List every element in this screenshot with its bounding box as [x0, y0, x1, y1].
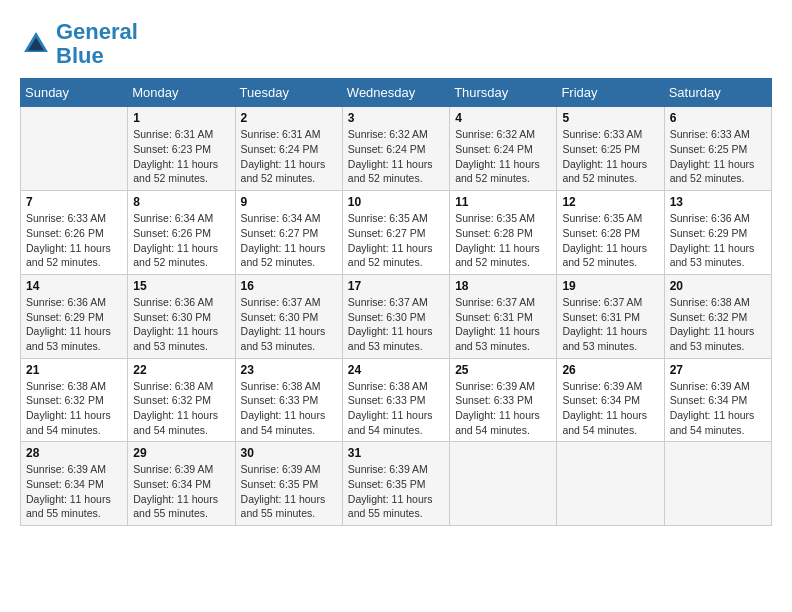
day-info: Sunrise: 6:39 AMSunset: 6:34 PMDaylight:… — [133, 462, 229, 521]
calendar-cell: 30Sunrise: 6:39 AMSunset: 6:35 PMDayligh… — [235, 442, 342, 526]
day-info: Sunrise: 6:39 AMSunset: 6:34 PMDaylight:… — [670, 379, 766, 438]
calendar-cell: 29Sunrise: 6:39 AMSunset: 6:34 PMDayligh… — [128, 442, 235, 526]
day-number: 13 — [670, 195, 766, 209]
calendar-cell — [557, 442, 664, 526]
calendar-week-row: 28Sunrise: 6:39 AMSunset: 6:34 PMDayligh… — [21, 442, 772, 526]
day-number: 31 — [348, 446, 444, 460]
calendar-header-row: SundayMondayTuesdayWednesdayThursdayFrid… — [21, 79, 772, 107]
calendar-cell: 24Sunrise: 6:38 AMSunset: 6:33 PMDayligh… — [342, 358, 449, 442]
calendar-cell: 25Sunrise: 6:39 AMSunset: 6:33 PMDayligh… — [450, 358, 557, 442]
calendar-week-row: 14Sunrise: 6:36 AMSunset: 6:29 PMDayligh… — [21, 274, 772, 358]
calendar-table: SundayMondayTuesdayWednesdayThursdayFrid… — [20, 78, 772, 526]
day-info: Sunrise: 6:33 AMSunset: 6:25 PMDaylight:… — [562, 127, 658, 186]
day-header-friday: Friday — [557, 79, 664, 107]
day-number: 30 — [241, 446, 337, 460]
day-info: Sunrise: 6:33 AMSunset: 6:25 PMDaylight:… — [670, 127, 766, 186]
calendar-cell: 1Sunrise: 6:31 AMSunset: 6:23 PMDaylight… — [128, 107, 235, 191]
day-info: Sunrise: 6:39 AMSunset: 6:34 PMDaylight:… — [26, 462, 122, 521]
calendar-cell: 21Sunrise: 6:38 AMSunset: 6:32 PMDayligh… — [21, 358, 128, 442]
day-info: Sunrise: 6:32 AMSunset: 6:24 PMDaylight:… — [348, 127, 444, 186]
day-info: Sunrise: 6:35 AMSunset: 6:28 PMDaylight:… — [455, 211, 551, 270]
day-info: Sunrise: 6:38 AMSunset: 6:32 PMDaylight:… — [26, 379, 122, 438]
day-number: 8 — [133, 195, 229, 209]
calendar-week-row: 7Sunrise: 6:33 AMSunset: 6:26 PMDaylight… — [21, 191, 772, 275]
day-number: 23 — [241, 363, 337, 377]
day-info: Sunrise: 6:39 AMSunset: 6:35 PMDaylight:… — [241, 462, 337, 521]
calendar-cell: 31Sunrise: 6:39 AMSunset: 6:35 PMDayligh… — [342, 442, 449, 526]
day-header-sunday: Sunday — [21, 79, 128, 107]
calendar-cell: 13Sunrise: 6:36 AMSunset: 6:29 PMDayligh… — [664, 191, 771, 275]
day-info: Sunrise: 6:37 AMSunset: 6:30 PMDaylight:… — [348, 295, 444, 354]
day-number: 26 — [562, 363, 658, 377]
logo-text: General Blue — [56, 20, 138, 68]
calendar-cell: 7Sunrise: 6:33 AMSunset: 6:26 PMDaylight… — [21, 191, 128, 275]
day-info: Sunrise: 6:34 AMSunset: 6:27 PMDaylight:… — [241, 211, 337, 270]
day-number: 10 — [348, 195, 444, 209]
calendar-cell: 6Sunrise: 6:33 AMSunset: 6:25 PMDaylight… — [664, 107, 771, 191]
day-header-tuesday: Tuesday — [235, 79, 342, 107]
calendar-cell: 26Sunrise: 6:39 AMSunset: 6:34 PMDayligh… — [557, 358, 664, 442]
day-number: 6 — [670, 111, 766, 125]
calendar-cell — [664, 442, 771, 526]
day-number: 14 — [26, 279, 122, 293]
calendar-cell: 20Sunrise: 6:38 AMSunset: 6:32 PMDayligh… — [664, 274, 771, 358]
day-header-thursday: Thursday — [450, 79, 557, 107]
day-number: 7 — [26, 195, 122, 209]
calendar-cell: 11Sunrise: 6:35 AMSunset: 6:28 PMDayligh… — [450, 191, 557, 275]
calendar-cell: 5Sunrise: 6:33 AMSunset: 6:25 PMDaylight… — [557, 107, 664, 191]
calendar-cell: 23Sunrise: 6:38 AMSunset: 6:33 PMDayligh… — [235, 358, 342, 442]
day-info: Sunrise: 6:34 AMSunset: 6:26 PMDaylight:… — [133, 211, 229, 270]
day-number: 15 — [133, 279, 229, 293]
calendar-cell — [21, 107, 128, 191]
logo-icon — [20, 28, 52, 60]
calendar-cell: 19Sunrise: 6:37 AMSunset: 6:31 PMDayligh… — [557, 274, 664, 358]
day-number: 20 — [670, 279, 766, 293]
day-info: Sunrise: 6:39 AMSunset: 6:34 PMDaylight:… — [562, 379, 658, 438]
day-info: Sunrise: 6:32 AMSunset: 6:24 PMDaylight:… — [455, 127, 551, 186]
day-number: 16 — [241, 279, 337, 293]
calendar-cell: 10Sunrise: 6:35 AMSunset: 6:27 PMDayligh… — [342, 191, 449, 275]
day-number: 28 — [26, 446, 122, 460]
day-header-monday: Monday — [128, 79, 235, 107]
calendar-cell: 2Sunrise: 6:31 AMSunset: 6:24 PMDaylight… — [235, 107, 342, 191]
page-header: General Blue — [20, 20, 772, 68]
calendar-cell: 27Sunrise: 6:39 AMSunset: 6:34 PMDayligh… — [664, 358, 771, 442]
calendar-cell: 16Sunrise: 6:37 AMSunset: 6:30 PMDayligh… — [235, 274, 342, 358]
day-info: Sunrise: 6:36 AMSunset: 6:29 PMDaylight:… — [26, 295, 122, 354]
calendar-week-row: 21Sunrise: 6:38 AMSunset: 6:32 PMDayligh… — [21, 358, 772, 442]
logo: General Blue — [20, 20, 138, 68]
day-info: Sunrise: 6:33 AMSunset: 6:26 PMDaylight:… — [26, 211, 122, 270]
calendar-week-row: 1Sunrise: 6:31 AMSunset: 6:23 PMDaylight… — [21, 107, 772, 191]
day-number: 25 — [455, 363, 551, 377]
calendar-cell: 14Sunrise: 6:36 AMSunset: 6:29 PMDayligh… — [21, 274, 128, 358]
day-number: 19 — [562, 279, 658, 293]
day-header-wednesday: Wednesday — [342, 79, 449, 107]
day-info: Sunrise: 6:35 AMSunset: 6:28 PMDaylight:… — [562, 211, 658, 270]
calendar-cell — [450, 442, 557, 526]
calendar-cell: 18Sunrise: 6:37 AMSunset: 6:31 PMDayligh… — [450, 274, 557, 358]
day-info: Sunrise: 6:36 AMSunset: 6:29 PMDaylight:… — [670, 211, 766, 270]
day-info: Sunrise: 6:35 AMSunset: 6:27 PMDaylight:… — [348, 211, 444, 270]
day-number: 27 — [670, 363, 766, 377]
day-number: 5 — [562, 111, 658, 125]
day-info: Sunrise: 6:36 AMSunset: 6:30 PMDaylight:… — [133, 295, 229, 354]
day-number: 12 — [562, 195, 658, 209]
day-number: 21 — [26, 363, 122, 377]
day-header-saturday: Saturday — [664, 79, 771, 107]
day-info: Sunrise: 6:37 AMSunset: 6:31 PMDaylight:… — [455, 295, 551, 354]
day-info: Sunrise: 6:38 AMSunset: 6:32 PMDaylight:… — [670, 295, 766, 354]
day-number: 1 — [133, 111, 229, 125]
day-info: Sunrise: 6:37 AMSunset: 6:30 PMDaylight:… — [241, 295, 337, 354]
day-info: Sunrise: 6:38 AMSunset: 6:33 PMDaylight:… — [348, 379, 444, 438]
calendar-cell: 28Sunrise: 6:39 AMSunset: 6:34 PMDayligh… — [21, 442, 128, 526]
day-info: Sunrise: 6:38 AMSunset: 6:32 PMDaylight:… — [133, 379, 229, 438]
day-info: Sunrise: 6:31 AMSunset: 6:23 PMDaylight:… — [133, 127, 229, 186]
day-number: 4 — [455, 111, 551, 125]
calendar-cell: 17Sunrise: 6:37 AMSunset: 6:30 PMDayligh… — [342, 274, 449, 358]
day-number: 29 — [133, 446, 229, 460]
day-number: 9 — [241, 195, 337, 209]
day-number: 18 — [455, 279, 551, 293]
day-number: 17 — [348, 279, 444, 293]
day-info: Sunrise: 6:39 AMSunset: 6:33 PMDaylight:… — [455, 379, 551, 438]
day-number: 24 — [348, 363, 444, 377]
